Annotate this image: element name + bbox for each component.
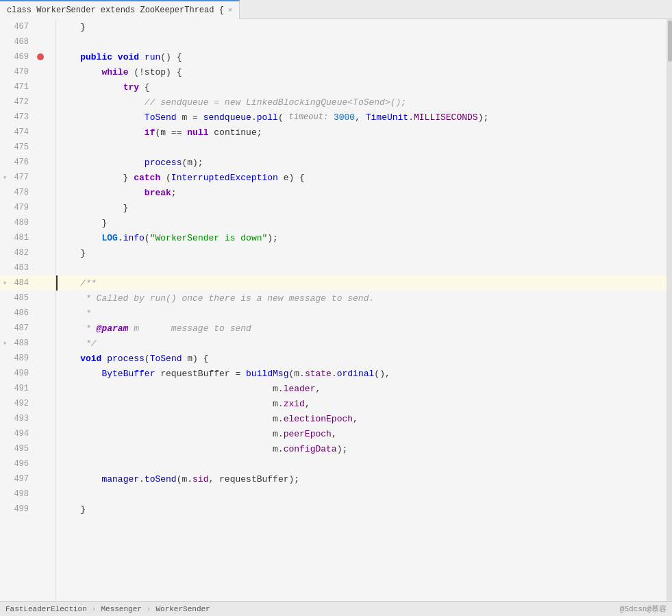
fold-icon [0, 441, 10, 456]
line-number: 484 [10, 278, 34, 288]
line-number: 478 [10, 188, 34, 197]
gutter-row: 492 [0, 396, 55, 411]
token-comment: * Called by run() once there is a new me… [59, 293, 374, 304]
gutter-row: 497 [0, 471, 55, 486]
code-line[interactable] [56, 486, 667, 502]
token-plain: (!stop) { [128, 67, 182, 77]
token-type: ToSend [150, 354, 182, 364]
code-line[interactable]: void process(ToSend m) { [56, 351, 667, 366]
gutter-row: 499 [0, 502, 55, 517]
code-line[interactable]: m.leader, [56, 381, 667, 396]
gutter-row: 474 [0, 125, 55, 140]
token-plain: . [118, 233, 123, 243]
token-plain: . [251, 112, 257, 123]
code-line[interactable]: */ [56, 336, 667, 351]
breadcrumb-2[interactable]: Messenger [101, 605, 141, 613]
token-kw: if [145, 127, 155, 138]
token-plain [101, 354, 107, 364]
breadcrumb-1[interactable]: FastLeaderElection [5, 605, 87, 613]
token-plain: ( [145, 354, 150, 364]
gutter-row: 478 [0, 185, 55, 200]
token-plain: , [332, 429, 337, 439]
fold-icon [0, 185, 10, 200]
token-number: 3000 [334, 112, 355, 123]
fold-icon [0, 426, 10, 441]
line-number: 473 [10, 112, 34, 122]
code-line[interactable]: process(m); [56, 155, 667, 170]
line-number: 477 [10, 173, 34, 182]
code-line[interactable]: public void run() { [56, 49, 667, 64]
gutter-row: ▾484 [0, 275, 55, 291]
code-line[interactable]: * @param m message to send [56, 321, 667, 336]
fold-icon [0, 155, 10, 170]
fold-icon [0, 456, 10, 471]
token-type: InterruptedException [171, 173, 278, 183]
code-line[interactable]: ByteBuffer requestBuffer = buildMsg(m.st… [56, 366, 667, 381]
token-param-tag: @param [97, 323, 129, 334]
code-line[interactable]: m.zxid, [56, 396, 667, 411]
token-field: peerEpoch [284, 429, 332, 439]
fold-icon[interactable]: ▾ [0, 336, 10, 351]
code-line[interactable]: m.peerEpoch, [56, 426, 667, 441]
token-kw2: public [80, 52, 112, 62]
code-line[interactable] [56, 34, 667, 49]
gutter-row: 498 [0, 486, 55, 502]
code-line[interactable]: LOG.info("WorkerSender is down"); [56, 230, 667, 245]
gutter-row: 472 [0, 95, 55, 110]
fold-icon[interactable]: ▾ [0, 275, 10, 291]
code-line[interactable]: try { [56, 79, 667, 95]
fold-icon [0, 411, 10, 426]
code-line[interactable]: /** [56, 275, 667, 291]
token-plain: } [59, 218, 107, 228]
code-line[interactable]: * [56, 306, 667, 321]
gutter-row: ▾488 [0, 336, 55, 351]
token-plain: (m. [288, 369, 304, 379]
code-line[interactable]: break; [56, 185, 667, 200]
code-line[interactable]: // sendqueue = new LinkedBlockingQueue<T… [56, 95, 667, 110]
code-line[interactable]: m.electionEpoch, [56, 411, 667, 426]
line-number: 496 [10, 459, 34, 469]
code-line[interactable] [56, 456, 667, 471]
scrollbar-thumb[interactable] [668, 21, 672, 62]
line-number: 467 [10, 22, 34, 32]
code-line[interactable] [56, 260, 667, 275]
fold-icon[interactable]: ▾ [0, 170, 10, 185]
code-line[interactable]: } [56, 245, 667, 260]
code-line[interactable] [56, 140, 667, 155]
code-line[interactable]: * Called by run() once there is a new me… [56, 291, 667, 306]
scrollbar-vertical[interactable] [667, 19, 672, 601]
tab-close-button[interactable]: × [228, 6, 233, 14]
breadcrumb-sep-1: › [92, 605, 97, 613]
gutter-row: 469 [0, 49, 55, 64]
gutter-row: 482 [0, 245, 55, 260]
fold-icon [0, 200, 10, 215]
tab-item[interactable]: class WorkerSender extends ZooKeeperThre… [0, 0, 240, 19]
token-plain: ); [267, 233, 278, 243]
code-line[interactable]: m.configData); [56, 441, 667, 456]
breakpoint-area[interactable] [34, 53, 47, 60]
token-plain: () { [160, 52, 182, 62]
line-number: 499 [10, 504, 34, 514]
token-comment: // sendqueue = new LinkedBlockingQueue<T… [145, 97, 406, 108]
token-method: run [145, 52, 160, 62]
token-kw2: void [118, 52, 139, 62]
code-line[interactable]: } [56, 502, 667, 517]
token-plain [139, 52, 145, 62]
code-line[interactable]: } [56, 200, 667, 215]
breadcrumb-3[interactable]: WorkerSender [155, 605, 210, 613]
code-line[interactable]: if(m == null continue; [56, 125, 667, 140]
code-line[interactable]: } [56, 215, 667, 230]
code-line[interactable]: ToSend m = sendqueue.poll( timeout: 3000… [56, 110, 667, 125]
code-lines[interactable]: } public void run() { while (!stop) { tr… [56, 19, 667, 601]
code-line[interactable]: while (!stop) { [56, 64, 667, 79]
code-line[interactable]: } catch (InterruptedException e) { [56, 170, 667, 185]
token-plain: ); [337, 444, 348, 454]
token-plain: (m); [182, 158, 203, 168]
line-number: 495 [10, 444, 34, 454]
code-line[interactable]: manager.toSend(m.sid, requestBuffer); [56, 471, 667, 486]
fold-icon [0, 49, 10, 64]
breakpoint-indicator [37, 53, 44, 60]
code-line[interactable]: } [56, 19, 667, 34]
gutter-row: 468 [0, 34, 55, 49]
fold-icon [0, 381, 10, 396]
